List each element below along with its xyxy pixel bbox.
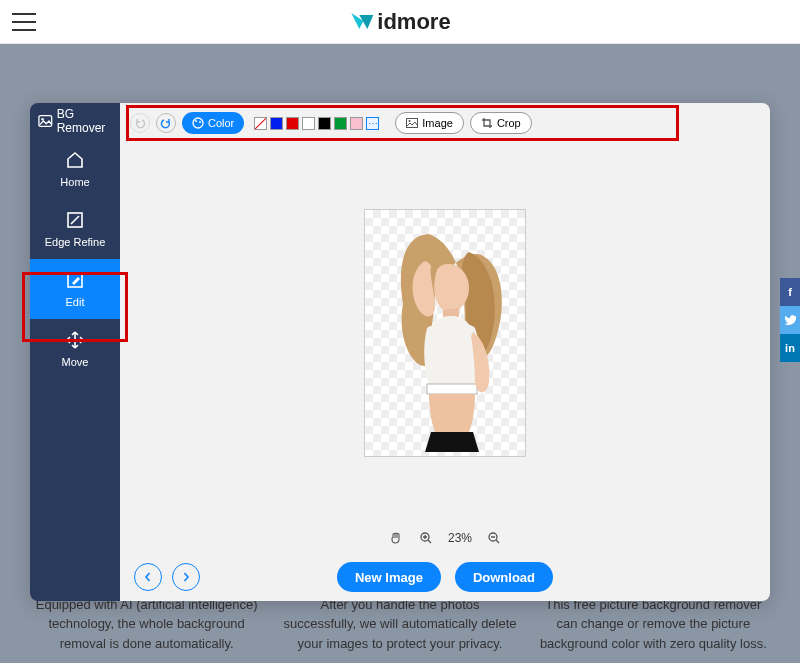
crop-label: Crop bbox=[497, 117, 521, 129]
zoom-value: 23% bbox=[448, 531, 472, 545]
sidebar-item-label: Edge Refine bbox=[45, 236, 106, 248]
bottom-actions: New Image Download bbox=[120, 553, 770, 601]
feature-desc-privacy: After you handle the photos successfully… bbox=[273, 595, 526, 654]
svg-point-4 bbox=[193, 118, 203, 128]
swatch-blue[interactable] bbox=[270, 117, 283, 130]
crop-icon bbox=[481, 117, 493, 129]
download-button[interactable]: Download bbox=[455, 562, 553, 592]
top-bar: idmore bbox=[0, 0, 800, 44]
sidebar-title: BG Remover bbox=[30, 103, 120, 139]
prev-button[interactable] bbox=[134, 563, 162, 591]
zoom-out-button[interactable] bbox=[486, 530, 502, 546]
svg-rect-9 bbox=[427, 384, 477, 394]
chevron-left-icon bbox=[143, 572, 153, 582]
sidebar-item-move[interactable]: Move bbox=[30, 319, 120, 379]
svg-rect-0 bbox=[39, 116, 52, 127]
svg-point-8 bbox=[409, 120, 411, 122]
share-twitter[interactable] bbox=[780, 306, 800, 334]
image-icon bbox=[406, 118, 418, 128]
share-facebook[interactable]: f bbox=[780, 278, 800, 306]
canvas-preview-area bbox=[120, 103, 770, 523]
swatch-black[interactable] bbox=[318, 117, 331, 130]
bg-remover-icon bbox=[38, 114, 53, 128]
svg-point-1 bbox=[41, 118, 44, 121]
palette-icon bbox=[192, 117, 204, 129]
social-share-tabs: f in bbox=[780, 278, 800, 362]
feature-descriptions: Equipped with AI (artificial intelligenc… bbox=[0, 595, 800, 664]
zoom-in-button[interactable] bbox=[418, 530, 434, 546]
image-preview[interactable] bbox=[364, 209, 526, 457]
pan-hand-icon[interactable] bbox=[388, 530, 404, 546]
swatch-pink[interactable] bbox=[350, 117, 363, 130]
twitter-icon bbox=[784, 315, 796, 325]
feature-desc-quality: This free picture background remover can… bbox=[527, 595, 780, 654]
swatch-none[interactable] bbox=[254, 117, 267, 130]
next-button[interactable] bbox=[172, 563, 200, 591]
swatch-white[interactable] bbox=[302, 117, 315, 130]
canvas-area: Color ⋯ Image Crop bbox=[120, 103, 770, 601]
edit-toolbar: Color ⋯ Image Crop bbox=[130, 111, 532, 135]
redo-icon bbox=[160, 117, 172, 129]
share-linkedin[interactable]: in bbox=[780, 334, 800, 362]
swatch-red[interactable] bbox=[286, 117, 299, 130]
redo-button[interactable] bbox=[156, 113, 176, 133]
zoom-controls: 23% bbox=[120, 523, 770, 553]
sidebar-item-edge-refine[interactable]: Edge Refine bbox=[30, 199, 120, 259]
home-icon bbox=[65, 150, 85, 170]
color-mode-button[interactable]: Color bbox=[182, 112, 244, 134]
move-icon bbox=[65, 330, 85, 350]
edge-refine-icon bbox=[65, 210, 85, 230]
sidebar-item-edit[interactable]: Edit bbox=[30, 259, 120, 319]
chevron-right-icon bbox=[181, 572, 191, 582]
sidebar: BG Remover Home Edge Refine Edit Move bbox=[30, 103, 120, 601]
sidebar-item-home[interactable]: Home bbox=[30, 139, 120, 199]
brand-logo[interactable]: idmore bbox=[349, 9, 450, 35]
swatch-more[interactable]: ⋯ bbox=[366, 117, 379, 130]
undo-button[interactable] bbox=[130, 113, 150, 133]
sidebar-item-label: Move bbox=[62, 356, 89, 368]
image-bg-button[interactable]: Image bbox=[395, 112, 464, 134]
feature-desc-ai: Equipped with AI (artificial intelligenc… bbox=[20, 595, 273, 654]
crop-button[interactable]: Crop bbox=[470, 112, 532, 134]
svg-point-5 bbox=[195, 120, 197, 122]
sidebar-item-label: Home bbox=[60, 176, 89, 188]
subject-person bbox=[373, 216, 519, 452]
sidebar-item-label: Edit bbox=[66, 296, 85, 308]
new-image-button[interactable]: New Image bbox=[337, 562, 441, 592]
undo-icon bbox=[134, 117, 146, 129]
color-mode-label: Color bbox=[208, 117, 234, 129]
image-bg-label: Image bbox=[422, 117, 453, 129]
brand-text: idmore bbox=[377, 9, 450, 35]
edit-icon bbox=[65, 270, 85, 290]
sidebar-title-text: BG Remover bbox=[57, 107, 120, 135]
logo-mark-icon bbox=[349, 11, 375, 33]
svg-point-6 bbox=[199, 121, 201, 123]
menu-icon[interactable] bbox=[12, 13, 36, 31]
color-swatches: ⋯ bbox=[254, 117, 379, 130]
editor-app: BG Remover Home Edge Refine Edit Move bbox=[30, 103, 770, 601]
swatch-green[interactable] bbox=[334, 117, 347, 130]
